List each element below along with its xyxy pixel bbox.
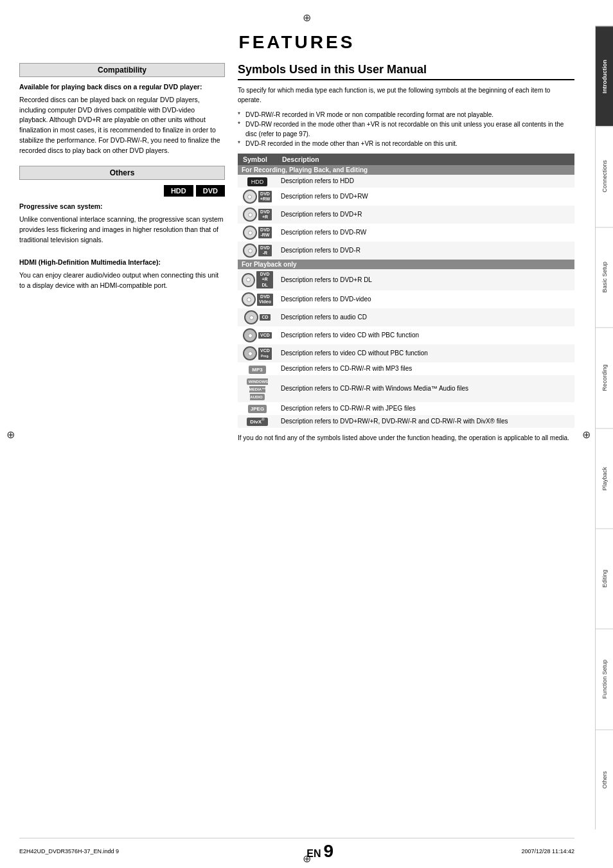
dvd-mrw-label: DVD-RW bbox=[258, 227, 272, 239]
two-columns-layout: Compatibility Available for playing back… bbox=[19, 63, 574, 443]
hdmi-text: You can enjoy clearer audio/video output… bbox=[19, 270, 225, 291]
disc-icon bbox=[243, 190, 257, 204]
dvd-mrw-icon: DVD-RW bbox=[243, 226, 272, 240]
disc-icon bbox=[242, 292, 256, 306]
section-playback-row: For Playback only bbox=[238, 260, 574, 269]
symbol-dvd-video-cell: DVDVideo bbox=[238, 290, 277, 308]
desc-wma: Description refers to CD-RW/-R with Wind… bbox=[277, 375, 574, 402]
progressive-bold: Progressive scan system: bbox=[19, 202, 103, 210]
table-row: DVD+RW Description refers to DVD+RW bbox=[238, 188, 574, 206]
page-en-label: EN bbox=[306, 848, 321, 860]
table-header-description: Description bbox=[277, 154, 574, 165]
dvd-video-label: DVDVideo bbox=[257, 294, 273, 306]
sidebar-tab-function-setup[interactable]: Function Setup bbox=[596, 628, 613, 729]
sidebar-tab-introduction[interactable]: Introduction bbox=[596, 26, 613, 126]
disc-icon bbox=[243, 208, 257, 222]
dvd-mr-icon: DVD-R bbox=[243, 244, 272, 258]
sidebar-tab-playback[interactable]: Playback bbox=[596, 428, 613, 528]
dvd-mr-label: DVD-R bbox=[258, 245, 272, 257]
dvd-prw-label: DVD+RW bbox=[258, 191, 272, 203]
symbol-vcd-nopbc-cell: VCDProg. bbox=[238, 344, 277, 362]
symbols-title: Symbols Used in this User Manual bbox=[238, 63, 574, 80]
desc-hdd: Description refers to HDD bbox=[277, 175, 574, 188]
footer-file: E2H42UD_DVDR3576H-37_EN.indd 9 bbox=[19, 848, 119, 855]
bullet-item-1: DVD-RW/-R recorded in VR mode or non com… bbox=[238, 110, 574, 120]
disc-icon bbox=[243, 328, 257, 342]
symbol-dvd-mrw-cell: DVD-RW bbox=[238, 224, 277, 242]
dvd-pr-icon: DVD+R bbox=[243, 208, 272, 222]
page-title: FEATURES bbox=[19, 32, 574, 53]
bullet-item-2: DVD-RW recorded in the mode other than +… bbox=[238, 120, 574, 139]
disc-icon bbox=[243, 244, 257, 258]
cd-icon: CD bbox=[244, 310, 270, 324]
footer-note: If you do not find any of the symbols li… bbox=[238, 433, 574, 443]
desc-jpeg: Description refers to CD-RW/-R with JPEG… bbox=[277, 402, 574, 415]
wma-icon: WINDOWSMEDIA™AUDIO bbox=[247, 378, 268, 400]
desc-dvd-prdl: Description refers to DVD+R DL bbox=[277, 269, 574, 290]
section-playback-label: For Playback only bbox=[238, 260, 574, 269]
right-sidebar: Introduction Connections Basic Setup Rec… bbox=[595, 26, 613, 829]
jpeg-icon: JPEG bbox=[248, 405, 267, 413]
compatibility-content: Available for playing back discs on a re… bbox=[19, 82, 225, 155]
page-footer: E2H42UD_DVDR3576H-37_EN.indd 9 EN 9 2007… bbox=[19, 838, 574, 862]
vcd-nopbc-label: VCDProg. bbox=[258, 348, 272, 360]
main-content: FEATURES Compatibility Available for pla… bbox=[19, 26, 574, 829]
symbol-cd-cell: CD bbox=[238, 308, 277, 326]
crosshair-left-icon: ⊕ bbox=[6, 428, 15, 440]
sidebar-tab-connections[interactable]: Connections bbox=[596, 126, 613, 226]
right-column: Symbols Used in this User Manual To spec… bbox=[238, 63, 574, 443]
compatibility-text: Recorded discs can be played back on reg… bbox=[19, 95, 225, 156]
table-row: DVD-R Description refers to DVD-R bbox=[238, 242, 574, 260]
symbol-hdd-cell: HDD bbox=[238, 175, 277, 188]
compatibility-bold: Available for playing back discs on a re… bbox=[19, 83, 202, 91]
vcd-pbc-label: VCD bbox=[258, 332, 272, 339]
dvd-pr-label: DVD+R bbox=[258, 209, 272, 221]
cd-label: CD bbox=[260, 314, 270, 321]
sidebar-tab-editing[interactable]: Editing bbox=[596, 528, 613, 628]
symbol-dvd-pr-cell: DVD+R bbox=[238, 206, 277, 224]
table-row: DVDVideo Description refers to DVD-video bbox=[238, 290, 574, 308]
section-recording-row: For Recording, Playing Back, and Editing bbox=[238, 165, 574, 175]
vcd-pbc-icon: VCD bbox=[243, 328, 272, 342]
left-column: Compatibility Available for playing back… bbox=[19, 63, 225, 301]
desc-mp3: Description refers to CD-RW/-R with MP3 … bbox=[277, 362, 574, 375]
desc-cd: Description refers to audio CD bbox=[277, 308, 574, 326]
symbol-jpeg-cell: JPEG bbox=[238, 402, 277, 415]
table-row: HDD Description refers to HDD bbox=[238, 175, 574, 188]
badge-dvd: DVD bbox=[196, 185, 225, 197]
dvd-video-icon: DVDVideo bbox=[242, 292, 273, 306]
hdd-icon: HDD bbox=[247, 177, 268, 186]
sidebar-tab-recording[interactable]: Recording bbox=[596, 327, 613, 427]
intro-text: To specify for which media type each fun… bbox=[238, 85, 574, 105]
table-row: DVD+R DL Description refers to DVD+R DL bbox=[238, 269, 574, 290]
symbol-dvd-rw-cell: DVD+RW bbox=[238, 188, 277, 206]
hdd-dvd-badges: HDD DVD bbox=[19, 185, 225, 197]
symbol-divx-cell: DivX® bbox=[238, 415, 277, 428]
vcd-nopbc-icon: VCDProg. bbox=[243, 346, 272, 360]
crosshair-top-icon: ⊕ bbox=[303, 12, 311, 24]
desc-vcd-nopbc: Description refers to video CD without P… bbox=[277, 344, 574, 362]
page-number-area: EN 9 bbox=[306, 841, 333, 862]
desc-dvd-mr: Description refers to DVD-R bbox=[277, 242, 574, 260]
dvd-prdl-label: DVD+R DL bbox=[256, 271, 273, 288]
bullet-list: DVD-RW/-R recorded in VR mode or non com… bbox=[238, 110, 574, 148]
sidebar-tab-others[interactable]: Others bbox=[596, 729, 613, 829]
page-number: 9 bbox=[324, 841, 334, 862]
crosshair-right-icon: ⊕ bbox=[582, 428, 591, 440]
others-content: Progressive scan system: Unlike conventi… bbox=[19, 202, 225, 290]
desc-divx: Description refers to DVD+RW/+R, DVD-RW/… bbox=[277, 415, 574, 428]
dvd-prw-icon: DVD+RW bbox=[243, 190, 272, 204]
divx-icon: DivX® bbox=[247, 418, 267, 426]
desc-dvd-video: Description refers to DVD-video bbox=[277, 290, 574, 308]
sidebar-tab-basic-setup[interactable]: Basic Setup bbox=[596, 227, 613, 327]
symbol-dvd-mr-cell: DVD-R bbox=[238, 242, 277, 260]
disc-icon bbox=[243, 226, 257, 240]
table-header-symbol: Symbol bbox=[238, 154, 277, 165]
table-row: DivX® Description refers to DVD+RW/+R, D… bbox=[238, 415, 574, 428]
others-header: Others bbox=[19, 166, 225, 180]
table-row: JPEG Description refers to CD-RW/-R with… bbox=[238, 402, 574, 415]
compatibility-header: Compatibility bbox=[19, 63, 225, 77]
section-recording-label: For Recording, Playing Back, and Editing bbox=[238, 165, 574, 175]
table-row: VCD Description refers to video CD with … bbox=[238, 326, 574, 344]
symbol-vcd-pbc-cell: VCD bbox=[238, 326, 277, 344]
